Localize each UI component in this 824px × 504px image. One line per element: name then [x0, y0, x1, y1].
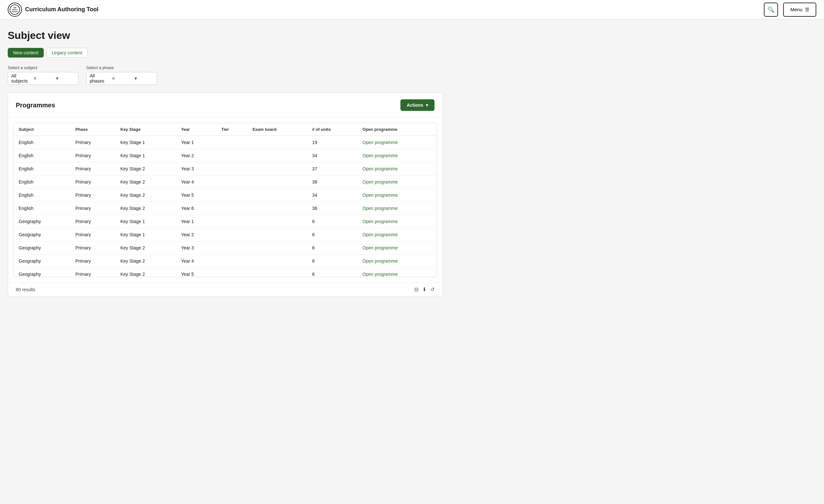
table-row: Geography Primary Key Stage 2 Year 3 6 O…: [13, 241, 437, 255]
subject-clear-icon[interactable]: ✕: [33, 76, 53, 81]
subject-select-value: All subjects: [11, 73, 31, 84]
tab-new-content[interactable]: New content: [8, 48, 44, 57]
cell-year: Year 2: [176, 149, 216, 162]
open-programme-link[interactable]: Open programme: [363, 140, 398, 145]
cell-tier: [216, 149, 247, 162]
cell-subject: English: [13, 189, 70, 202]
actions-label: Actions: [407, 103, 423, 108]
actions-button[interactable]: Actions ▾: [400, 99, 434, 111]
phase-arrow-icon: ▼: [133, 76, 153, 81]
cell-tier: [216, 136, 247, 149]
cell-open-programme[interactable]: Open programme: [357, 162, 437, 175]
filter-icon[interactable]: ⊟: [414, 286, 418, 292]
open-programme-link[interactable]: Open programme: [363, 166, 398, 171]
open-programme-link[interactable]: Open programme: [363, 245, 398, 250]
phase-filter-label: Select a phase: [86, 65, 157, 70]
table-row: English Primary Key Stage 1 Year 2 34 Op…: [13, 149, 437, 162]
phase-filter-group: Select a phase All phases ✕ ▼: [86, 65, 157, 85]
menu-button[interactable]: Menu ☰: [783, 3, 816, 17]
cell-open-programme[interactable]: Open programme: [357, 241, 437, 255]
col-year: Year: [176, 123, 216, 136]
cell-subject: Geography: [13, 228, 70, 241]
table-row: Geography Primary Key Stage 2 Year 4 6 O…: [13, 255, 437, 268]
cell-subject: English: [13, 149, 70, 162]
cell-tier: [216, 268, 247, 277]
open-programme-link[interactable]: Open programme: [363, 179, 398, 184]
programmes-header: Programmes Actions ▾: [8, 93, 442, 118]
phase-clear-icon[interactable]: ✕: [112, 76, 131, 81]
header: Oak National Academy Curriculum Authorin…: [0, 0, 824, 19]
cell-units: 34: [307, 189, 357, 202]
cell-phase: Primary: [70, 149, 115, 162]
table-row: English Primary Key Stage 2 Year 6 36 Op…: [13, 202, 437, 215]
subject-select[interactable]: All subjects ✕ ▼: [8, 72, 79, 85]
cell-subject: English: [13, 175, 70, 189]
open-programme-link[interactable]: Open programme: [363, 193, 398, 198]
open-programme-link[interactable]: Open programme: [363, 272, 398, 277]
cell-units: 6: [307, 215, 357, 228]
cell-open-programme[interactable]: Open programme: [357, 175, 437, 189]
cell-exam-board: [247, 136, 307, 149]
open-programme-link[interactable]: Open programme: [363, 232, 398, 237]
cell-subject: English: [13, 202, 70, 215]
table-row: Geography Primary Key Stage 2 Year 5 6 O…: [13, 268, 437, 277]
cell-key-stage: Key Stage 2: [115, 202, 176, 215]
cell-units: 6: [307, 241, 357, 255]
cell-open-programme[interactable]: Open programme: [357, 255, 437, 268]
cell-year: Year 2: [176, 228, 216, 241]
content-tabs: New content Legacy content: [8, 48, 442, 57]
table-header-row: Subject Phase Key Stage Year Tier Exam b…: [13, 123, 437, 136]
refresh-icon[interactable]: ↺: [430, 286, 434, 292]
programmes-table-container[interactable]: Subject Phase Key Stage Year Tier Exam b…: [13, 123, 437, 277]
cell-open-programme[interactable]: Open programme: [357, 228, 437, 241]
footer-icons: ⊟ ⬇ ↺: [414, 286, 434, 292]
search-button[interactable]: 🔍: [764, 3, 778, 17]
cell-key-stage: Key Stage 1: [115, 149, 176, 162]
actions-chevron-icon: ▾: [426, 103, 428, 108]
download-icon[interactable]: ⬇: [422, 286, 426, 292]
cell-key-stage: Key Stage 1: [115, 136, 176, 149]
cell-open-programme[interactable]: Open programme: [357, 268, 437, 277]
subject-arrow-icon: ▼: [55, 76, 75, 81]
col-key-stage: Key Stage: [115, 123, 176, 136]
results-count: 80 results: [16, 287, 35, 292]
cell-key-stage: Key Stage 2: [115, 189, 176, 202]
cell-year: Year 3: [176, 162, 216, 175]
subject-filter-label: Select a subject: [8, 65, 79, 70]
cell-phase: Primary: [70, 189, 115, 202]
col-units: # of units: [307, 123, 357, 136]
cell-open-programme[interactable]: Open programme: [357, 136, 437, 149]
cell-subject: Geography: [13, 215, 70, 228]
cell-year: Year 6: [176, 202, 216, 215]
hamburger-icon: ☰: [805, 7, 809, 13]
cell-exam-board: [247, 189, 307, 202]
menu-label: Menu: [790, 7, 803, 12]
col-exam-board: Exam board: [247, 123, 307, 136]
cell-phase: Primary: [70, 255, 115, 268]
cell-exam-board: [247, 202, 307, 215]
cell-phase: Primary: [70, 175, 115, 189]
open-programme-link[interactable]: Open programme: [363, 153, 398, 158]
cell-open-programme[interactable]: Open programme: [357, 149, 437, 162]
cell-open-programme[interactable]: Open programme: [357, 202, 437, 215]
cell-units: 38: [307, 175, 357, 189]
cell-phase: Primary: [70, 241, 115, 255]
phase-select[interactable]: All phases ✕ ▼: [86, 72, 157, 85]
cell-open-programme[interactable]: Open programme: [357, 215, 437, 228]
cell-tier: [216, 189, 247, 202]
table-row: English Primary Key Stage 1 Year 1 19 Op…: [13, 136, 437, 149]
cell-year: Year 1: [176, 136, 216, 149]
cell-open-programme[interactable]: Open programme: [357, 189, 437, 202]
programmes-section: Programmes Actions ▾ Subject Phase Key S…: [8, 93, 442, 297]
cell-exam-board: [247, 255, 307, 268]
svg-text:Oak: Oak: [13, 6, 16, 8]
cell-subject: Geography: [13, 241, 70, 255]
cell-year: Year 4: [176, 175, 216, 189]
tab-legacy-content[interactable]: Legacy content: [46, 48, 88, 57]
cell-key-stage: Key Stage 2: [115, 175, 176, 189]
open-programme-link[interactable]: Open programme: [363, 206, 398, 211]
cell-subject: English: [13, 136, 70, 149]
open-programme-link[interactable]: Open programme: [363, 258, 398, 264]
programmes-title: Programmes: [16, 102, 55, 109]
open-programme-link[interactable]: Open programme: [363, 219, 398, 224]
